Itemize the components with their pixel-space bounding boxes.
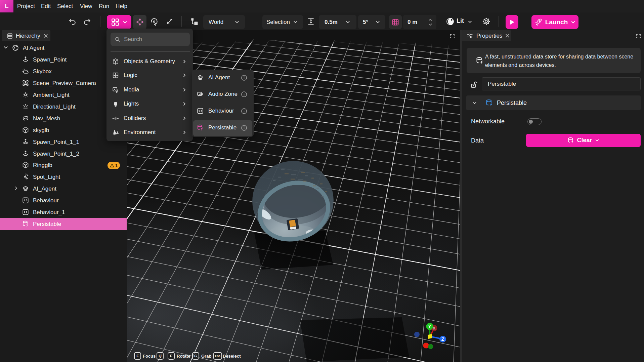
svg-text:Y: Y [428, 324, 431, 329]
svg-text:Z: Z [441, 336, 444, 342]
